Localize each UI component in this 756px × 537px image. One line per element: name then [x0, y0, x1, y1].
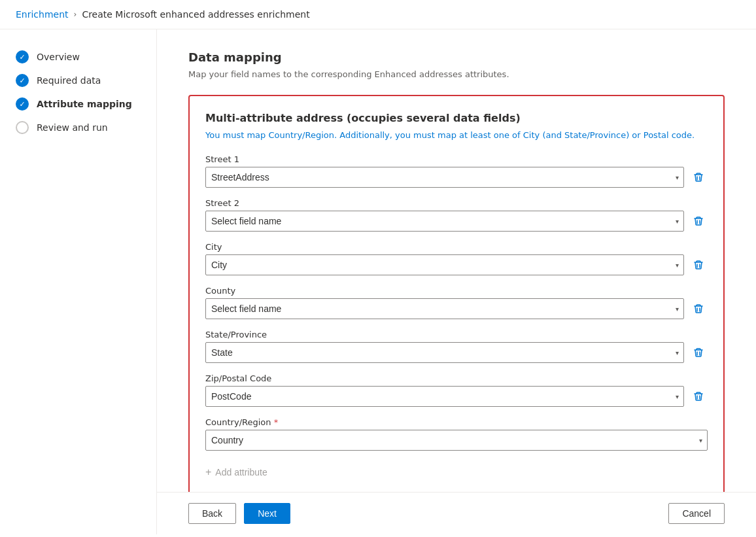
delete-btn-city[interactable] [689, 256, 708, 274]
sidebar-item-review-run[interactable]: Review and run [0, 116, 156, 139]
delete-btn-street2[interactable] [689, 212, 708, 230]
delete-btn-street1[interactable] [689, 168, 708, 186]
field-select-wrapper-county: Select field name ▾ [205, 298, 708, 319]
plus-icon: + [205, 466, 211, 478]
field-label-country: Country/Region * [205, 417, 708, 427]
select-container-state: State ▾ [205, 342, 684, 363]
trash-icon-street1 [693, 172, 704, 182]
sidebar-item-required-data[interactable]: Required data [0, 69, 156, 92]
field-label-county: County [205, 286, 708, 296]
field-row-zip: Zip/Postal Code PostCode ▾ [205, 373, 708, 407]
sidebar-label-required-data: Required data [37, 75, 101, 86]
select-container-city: City ▾ [205, 254, 684, 275]
field-row-state: State/Province State ▾ [205, 330, 708, 363]
field-label-street2: Street 2 [205, 198, 708, 208]
select-container-street1: StreetAddress ▾ [205, 167, 684, 188]
field-row-street1: Street 1 StreetAddress ▾ [205, 154, 708, 188]
field-select-wrapper-zip: PostCode ▾ [205, 386, 708, 407]
trash-icon-county [693, 303, 704, 314]
attribute-card: Multi-attribute address (occupies severa… [188, 95, 725, 492]
field-label-state: State/Province [205, 330, 708, 339]
select-street1[interactable]: StreetAddress [205, 167, 684, 188]
footer-bar: Back Next Cancel [157, 492, 756, 534]
back-button[interactable]: Back [188, 503, 236, 524]
trash-icon-zip [693, 391, 704, 402]
footer-left: Back Next [188, 503, 290, 524]
field-select-wrapper-street2: Select field name ▾ [205, 211, 708, 232]
sidebar-label-overview: Overview [37, 52, 80, 62]
trash-icon-street2 [693, 216, 704, 226]
delete-btn-state[interactable] [689, 343, 708, 362]
breadcrumb-bar: Enrichment › Create Microsoft enhanced a… [0, 0, 756, 29]
step-circle-review-run [16, 121, 29, 134]
page-title: Data mapping [188, 50, 725, 64]
sidebar-item-attribute-mapping[interactable]: Attribute mapping [0, 92, 156, 116]
cancel-button[interactable]: Cancel [668, 503, 725, 524]
sidebar-item-overview[interactable]: Overview [0, 45, 156, 69]
select-container-street2: Select field name ▾ [205, 211, 684, 232]
select-city[interactable]: City [205, 254, 684, 275]
main-layout: Overview Required data Attribute mapping… [0, 29, 756, 534]
select-street2[interactable]: Select field name [205, 211, 684, 232]
field-label-city: City [205, 242, 708, 252]
select-zip[interactable]: PostCode [205, 386, 684, 407]
card-title: Multi-attribute address (occupies severa… [205, 112, 708, 124]
delete-btn-county[interactable] [689, 300, 708, 318]
content-area: Data mapping Map your field names to the… [157, 29, 756, 492]
next-button[interactable]: Next [244, 503, 290, 524]
select-state[interactable]: State [205, 342, 684, 363]
sidebar-label-review-run: Review and run [37, 122, 108, 133]
field-row-street2: Street 2 Select field name ▾ [205, 198, 708, 232]
step-circle-required-data [16, 74, 29, 87]
field-label-zip: Zip/Postal Code [205, 373, 708, 383]
select-container-zip: PostCode ▾ [205, 386, 684, 407]
sidebar-label-attribute-mapping: Attribute mapping [37, 99, 132, 109]
select-container-county: Select field name ▾ [205, 298, 684, 319]
sidebar: Overview Required data Attribute mapping… [0, 29, 157, 534]
field-row-country: Country/Region * Country ▾ [205, 417, 708, 451]
field-select-wrapper-country: Country ▾ [205, 430, 708, 451]
delete-btn-zip[interactable] [689, 387, 708, 406]
step-circle-overview [16, 50, 29, 63]
field-label-street1: Street 1 [205, 154, 708, 164]
field-required-marker: * [271, 417, 279, 427]
add-attribute-button[interactable]: + Add attribute [205, 461, 267, 483]
add-attribute-label: Add attribute [215, 467, 267, 477]
field-row-county: County Select field name ▾ [205, 286, 708, 319]
select-container-country: Country ▾ [205, 430, 708, 451]
breadcrumb-current: Create Microsoft enhanced addresses enri… [82, 9, 309, 20]
breadcrumb-separator: › [74, 10, 77, 19]
field-select-wrapper-street1: StreetAddress ▾ [205, 167, 708, 188]
select-country[interactable]: Country [205, 430, 708, 451]
step-circle-attribute-mapping [16, 97, 29, 111]
field-select-wrapper-state: State ▾ [205, 342, 708, 363]
trash-icon-state [693, 347, 704, 358]
card-description: You must map Country/Region. Additionall… [205, 130, 708, 141]
field-row-city: City City ▾ [205, 242, 708, 275]
field-select-wrapper-city: City ▾ [205, 254, 708, 275]
breadcrumb-parent[interactable]: Enrichment [16, 9, 69, 20]
select-county[interactable]: Select field name [205, 298, 684, 319]
trash-icon-city [693, 260, 704, 270]
page-subtitle: Map your field names to the correspondin… [188, 69, 725, 79]
